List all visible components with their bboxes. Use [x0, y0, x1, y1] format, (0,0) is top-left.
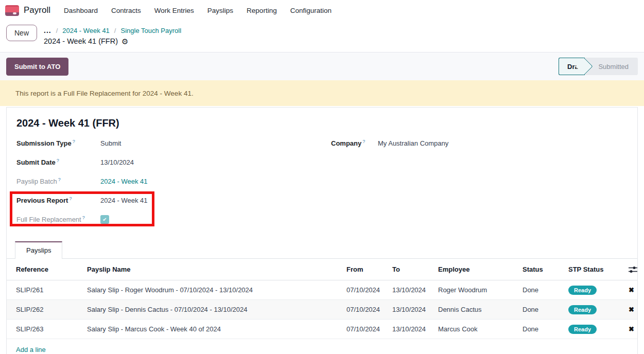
apps-menu-button[interactable]: Payroll [5, 5, 50, 16]
breadcrumb-separator: / [56, 27, 58, 34]
field-submission-type: Submission Type? Submit [16, 137, 331, 149]
previous-report-label: Previous Report [16, 197, 68, 205]
table-row[interactable]: SLIP/262 Salary Slip - Dennis Cactus - 0… [7, 300, 637, 320]
row-from: 07/10/2024 [346, 325, 392, 333]
row-status: Done [523, 286, 568, 294]
row-payslip-name: Salary Slip - Marcus Cook - Week 40 of 2… [87, 325, 346, 333]
row-to: 13/10/2024 [392, 325, 438, 333]
col-reference[interactable]: Reference [16, 266, 87, 273]
stp-status-badge: Ready [568, 305, 597, 314]
help-icon: ? [362, 139, 365, 144]
table-row[interactable]: SLIP/261 Salary Slip - Roger Woodrum - 0… [7, 280, 637, 300]
stage-draft[interactable]: Draft [559, 58, 585, 75]
delete-row-icon[interactable]: ✖ [629, 325, 638, 333]
row-status: Done [523, 306, 568, 313]
notebook-tabs: Payslips [7, 241, 637, 259]
status-action-bar: Submit to ATO Draft Submitted [0, 52, 644, 80]
full-file-replacement-label: Full File Replacement [16, 216, 81, 224]
menu-dashboard[interactable]: Dashboard [64, 7, 98, 14]
breadcrumb: New ... / 2024 - Week 41 / Single Touch … [0, 20, 644, 45]
table-footer: Add a line [7, 339, 637, 354]
alert-message: This report is a Full File Replacement f… [15, 90, 194, 97]
row-employee: Dennis Cactus [438, 306, 523, 313]
field-payslip-batch: Payslip Batch? 2024 - Week 41 [16, 175, 331, 187]
stp-status-badge: Ready [568, 325, 597, 334]
form-fields: Submission Type? Submit Submit Date? 13/… [16, 137, 637, 233]
row-payslip-name: Salary Slip - Roger Woodrum - 07/10/2024… [87, 286, 346, 294]
submission-type-value: Submit [100, 139, 121, 147]
help-icon: ? [73, 139, 75, 144]
stp-status-badge: Ready [568, 286, 597, 295]
new-button[interactable]: New [6, 25, 37, 41]
col-status[interactable]: Status [523, 266, 568, 273]
help-icon: ? [57, 158, 59, 163]
main-menu: Dashboard Contracts Work Entries Payslip… [64, 7, 332, 14]
top-navbar: Payroll Dashboard Contracts Work Entries… [0, 0, 644, 20]
submit-to-ato-button[interactable]: Submit to ATO [6, 58, 68, 76]
field-company: Company? My Australian Company [331, 137, 637, 149]
control-panel: Payroll Dashboard Contracts Work Entries… [0, 0, 644, 52]
breadcrumb-more-button[interactable]: ... [44, 26, 51, 34]
row-to: 13/10/2024 [392, 306, 438, 313]
row-reference: SLIP/261 [16, 286, 87, 294]
menu-configuration[interactable]: Configuration [290, 7, 332, 14]
breadcrumb-separator: / [114, 27, 116, 34]
row-from: 07/10/2024 [346, 306, 392, 313]
row-to: 13/10/2024 [392, 286, 438, 294]
company-label: Company [331, 140, 361, 148]
delete-row-icon[interactable]: ✖ [629, 286, 638, 294]
menu-work-entries[interactable]: Work Entries [154, 7, 194, 14]
field-full-file-replacement: Full File Replacement? ✔ [16, 214, 331, 225]
breadcrumb-link-stp[interactable]: Single Touch Payroll [120, 27, 181, 34]
row-payslip-name: Salary Slip - Dennis Cactus - 07/10/2024… [87, 306, 346, 313]
help-icon: ? [58, 177, 61, 182]
col-employee[interactable]: Employee [438, 266, 523, 273]
row-employee: Marcus Cook [438, 325, 523, 333]
breadcrumb-current: 2024 - Week 41 (FFR) [44, 37, 118, 45]
full-file-replacement-checkbox: ✔ [100, 215, 109, 224]
optional-columns-sliders-icon[interactable] [629, 266, 638, 273]
ffr-alert-banner: This report is a Full File Replacement f… [0, 80, 644, 106]
field-previous-report: Previous Report? 2024 - Week 41 [16, 194, 331, 206]
check-icon: ✔ [102, 217, 107, 222]
payslip-table-header: Reference Payslip Name From To Employee … [7, 259, 637, 280]
payslip-batch-label: Payslip Batch [16, 178, 57, 186]
submission-type-label: Submission Type [16, 140, 72, 148]
app-name[interactable]: Payroll [24, 5, 50, 15]
payslip-batch-value-link[interactable]: 2024 - Week 41 [100, 178, 148, 185]
previous-report-value: 2024 - Week 41 [100, 197, 148, 204]
add-a-line-link[interactable]: Add a line [16, 346, 346, 353]
row-status: Done [523, 325, 568, 333]
tab-payslips[interactable]: Payslips [15, 241, 62, 259]
submit-date-value: 13/10/2024 [100, 158, 134, 166]
record-title: 2024 - Week 41 (FFR) [16, 117, 637, 129]
col-stp-status[interactable]: STP Status [568, 266, 629, 273]
help-icon: ? [82, 215, 85, 220]
submit-date-label: Submit Date [16, 159, 56, 167]
col-from[interactable]: From [346, 266, 392, 273]
field-submit-date: Submit Date? 13/10/2024 [16, 156, 331, 168]
help-icon: ? [69, 196, 72, 201]
row-from: 07/10/2024 [346, 286, 392, 294]
menu-payslips[interactable]: Payslips [207, 7, 233, 14]
col-to[interactable]: To [392, 266, 438, 273]
gear-icon[interactable]: ⚙ [121, 38, 128, 45]
stage-submitted[interactable]: Submitted [598, 63, 629, 70]
breadcrumb-link-batch[interactable]: 2024 - Week 41 [62, 27, 110, 34]
row-employee: Roger Woodrum [438, 286, 523, 294]
payroll-app-icon[interactable] [5, 5, 19, 16]
menu-reporting[interactable]: Reporting [247, 7, 277, 14]
table-row[interactable]: SLIP/263 Salary Slip - Marcus Cook - Wee… [7, 320, 637, 339]
statusbar: Draft Submitted [559, 58, 638, 75]
form-sheet: 2024 - Week 41 (FFR) Submission Type? Su… [6, 107, 638, 354]
company-value: My Australian Company [378, 139, 448, 147]
row-reference: SLIP/263 [16, 325, 87, 333]
row-reference: SLIP/262 [16, 306, 87, 313]
col-payslip-name[interactable]: Payslip Name [87, 266, 346, 273]
menu-contracts[interactable]: Contracts [111, 7, 141, 14]
delete-row-icon[interactable]: ✖ [629, 306, 638, 313]
